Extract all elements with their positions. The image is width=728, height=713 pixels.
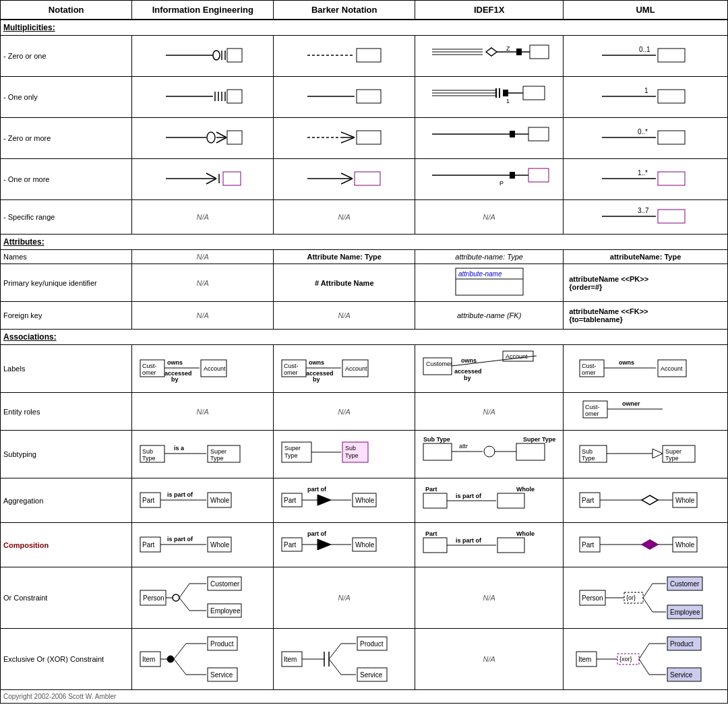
svg-point-139 <box>484 446 495 457</box>
svg-rect-18 <box>658 49 685 62</box>
svg-line-222 <box>643 584 653 598</box>
ie-names-na: N/A <box>197 253 209 261</box>
svg-text:Item: Item <box>578 656 591 663</box>
col-header-notation: Notation <box>1 1 132 20</box>
svg-text:1..*: 1..* <box>638 169 648 177</box>
svg-text:Part: Part <box>582 497 595 504</box>
svg-marker-161 <box>317 495 331 505</box>
svg-rect-26 <box>357 90 381 103</box>
svg-text:Item: Item <box>284 656 297 663</box>
barker-one-only-svg <box>304 83 385 110</box>
ie-one-or-more <box>132 159 274 200</box>
svg-line-41 <box>216 132 226 137</box>
barker-zero-or-more-svg <box>304 124 385 151</box>
svg-point-1 <box>213 51 220 60</box>
svg-text:is a: is a <box>174 445 185 452</box>
svg-rect-32 <box>503 90 508 96</box>
svg-text:Cust-: Cust- <box>284 363 299 369</box>
svg-rect-24 <box>227 90 242 103</box>
svg-text:Person: Person <box>582 594 603 602</box>
barker-foreign-key-na: N/A <box>338 311 351 319</box>
barker-specific-range: N/A <box>274 200 415 235</box>
svg-rect-197 <box>497 538 524 553</box>
label-one-or-more: - One or more <box>1 159 132 200</box>
barker-subtyping: Super Type Sub Type <box>274 431 415 478</box>
barker-entity-roles-na: N/A <box>338 408 351 416</box>
idef-zero-or-one-svg: Z <box>429 38 550 72</box>
svg-text:{xor}: {xor} <box>619 656 632 662</box>
idef-entity-roles-na: N/A <box>483 408 495 416</box>
svg-text:Whole: Whole <box>516 530 535 537</box>
idef-labels-svg: Customer Account owns accessed by <box>422 348 557 388</box>
svg-rect-69 <box>510 172 515 179</box>
idef-labels: Customer Account owns accessed by <box>415 345 564 393</box>
svg-text:accessed: accessed <box>454 368 482 375</box>
svg-text:attr: attr <box>459 443 468 450</box>
svg-rect-75 <box>658 172 685 185</box>
svg-text:Whole: Whole <box>210 497 230 504</box>
svg-marker-174 <box>642 495 658 505</box>
ie-exclusive-or: Item Product Service <box>132 629 274 690</box>
svg-line-238 <box>174 659 186 675</box>
barker-one-or-more-svg <box>304 165 385 192</box>
col-header-barker: Barker Notation <box>274 1 415 20</box>
svg-marker-10 <box>486 48 497 56</box>
svg-line-60 <box>206 179 216 184</box>
ie-foreign-key: N/A <box>132 302 274 330</box>
uml-one-only-svg: 1 <box>599 83 693 110</box>
idef-exclusive-or: N/A <box>415 629 564 690</box>
svg-line-209 <box>179 584 189 598</box>
barker-or-constraint: N/A <box>274 567 415 629</box>
idef-subtyping: Sub Type attr Super Type <box>415 431 564 478</box>
svg-line-48 <box>341 137 355 143</box>
svg-text:by: by <box>171 376 179 383</box>
ie-one-only-svg <box>162 83 243 110</box>
col-header-ie: Information Engineering <box>132 1 274 20</box>
svg-text:Super Type: Super Type <box>523 436 555 443</box>
svg-text:Whole: Whole <box>210 541 230 549</box>
svg-text:Part: Part <box>425 486 437 493</box>
svg-text:Type: Type <box>142 455 156 462</box>
svg-rect-35 <box>523 86 545 100</box>
svg-text:Super: Super <box>284 445 301 452</box>
notation-table: Notation Information Engineering Barker … <box>0 0 728 704</box>
ie-specific-range-na: N/A <box>197 213 209 221</box>
svg-text:owns: owns <box>619 359 634 366</box>
svg-text:Z: Z <box>506 45 510 52</box>
svg-rect-193 <box>423 538 447 553</box>
barker-names-text: Attribute Name: Type <box>307 253 382 261</box>
svg-text:0..*: 0..* <box>638 128 648 135</box>
svg-text:Service: Service <box>360 671 383 679</box>
svg-text:Part: Part <box>142 541 155 549</box>
label-zero-or-more: - Zero or more <box>1 118 132 159</box>
svg-rect-62 <box>223 172 241 185</box>
barker-aggregation: Part part of Whole <box>274 478 415 523</box>
barker-foreign-key: N/A <box>274 302 415 330</box>
svg-text:Type: Type <box>582 455 595 462</box>
barker-one-only <box>274 77 415 118</box>
uml-entity-roles-svg: Cust- omer owner <box>582 396 710 426</box>
svg-text:0..1: 0..1 <box>639 46 650 53</box>
ie-composition-svg: Part is part of Whole <box>139 529 267 559</box>
uml-entity-roles: Cust- omer owner <box>564 393 728 431</box>
uml-exclusive-or-svg: Item {xor} Product Service <box>575 631 717 685</box>
svg-text:Part: Part <box>425 530 437 537</box>
label-or-constraint: Or Constraint <box>1 567 132 629</box>
svg-text:is part of: is part of <box>456 493 482 499</box>
svg-text:Part: Part <box>284 541 297 549</box>
barker-specific-range-na: N/A <box>338 213 351 221</box>
ie-zero-or-more-svg <box>162 124 243 151</box>
idef-subtyping-svg: Sub Type attr Super Type <box>422 433 557 474</box>
svg-text:Cust-: Cust- <box>582 363 597 369</box>
barker-zero-or-one-svg <box>304 42 385 69</box>
idef-one-or-more-svg: P <box>429 162 550 195</box>
ie-zero-or-one-svg <box>162 42 243 69</box>
barker-labels: Cust- omer owns accessed by Account <box>274 345 415 393</box>
uml-aggregation-svg: Part Whole <box>578 485 713 515</box>
barker-primary-key: # Attribute Name <box>274 264 415 302</box>
svg-text:by: by <box>464 375 471 381</box>
label-specific-range: - Specific range <box>1 200 132 235</box>
uml-primary-key: attributeName <<PK>> {order=#} <box>564 264 728 302</box>
ie-labels-svg: Cust- omer owns accessed by Account <box>139 350 267 387</box>
svg-marker-201 <box>642 540 658 549</box>
